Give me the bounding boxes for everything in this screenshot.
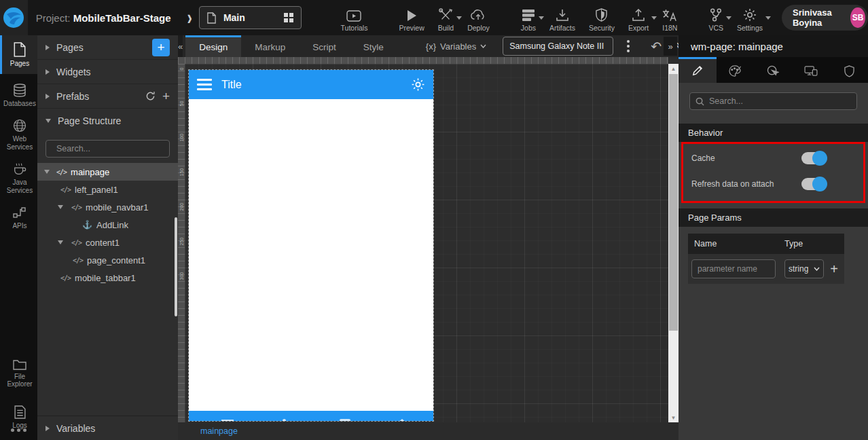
tab-security[interactable]	[830, 57, 868, 83]
ruler-horizontal	[178, 57, 668, 64]
sidebar-item-java-services[interactable]: Java Services	[0, 157, 37, 200]
tree-item-mainpage[interactable]: </> mainpage	[37, 163, 178, 181]
tree-item-page-content1[interactable]: </> page_content1	[37, 251, 178, 269]
device-preview[interactable]: Title	[189, 70, 433, 421]
deploy-button[interactable]: Deploy	[460, 4, 496, 32]
sidebar-item-pages[interactable]: Pages	[0, 35, 37, 74]
tutorials-button[interactable]: Tutorials	[334, 4, 375, 32]
more-options-icon[interactable]	[0, 428, 37, 432]
scroll-down-icon[interactable]: ▼	[668, 413, 679, 422]
tab-properties[interactable]	[679, 57, 717, 83]
open-page-tab[interactable]: mainpage	[178, 426, 238, 436]
app-logo[interactable]	[0, 0, 28, 35]
build-tools-icon	[438, 8, 453, 22]
tree-item-mobile-navbar1[interactable]: </> mobile_navbar1	[37, 198, 178, 216]
sidebar-item-web-services[interactable]: Web Services	[0, 113, 37, 157]
tree-item-left-panel1[interactable]: </> left_panel1	[37, 181, 178, 198]
canvas-more-menu[interactable]	[624, 37, 632, 55]
tree-item-label: page_content1	[87, 255, 145, 265]
add-page-button[interactable]: +	[152, 39, 170, 56]
tab-markup[interactable]: Markup	[241, 35, 299, 57]
page-params-table: Name Type string +	[688, 234, 844, 284]
add-param-button[interactable]: +	[824, 261, 844, 277]
cache-label: Cache	[691, 153, 715, 163]
collapse-explorer-button[interactable]: «	[178, 35, 183, 57]
settings-button[interactable]: Settings	[730, 4, 770, 32]
settings-gear-icon	[743, 8, 757, 22]
page-content-widget[interactable]	[189, 99, 433, 411]
tree-item-mobile-tabbar1[interactable]: </> mobile_tabbar1	[37, 269, 178, 287]
export-label: Export	[628, 24, 649, 32]
expand-inspector-button[interactable]: »	[664, 37, 677, 56]
code-widget-icon: </>	[60, 274, 71, 282]
section-widgets[interactable]: Widgets	[37, 60, 178, 84]
i18n-button[interactable]: I18N	[655, 4, 684, 32]
scroll-up-icon[interactable]: ▲	[668, 64, 679, 73]
tree-item-content1[interactable]: </> content1	[37, 234, 178, 251]
breadcrumb-chevron-icon: ›	[187, 5, 192, 30]
sidebar-item-file-explorer[interactable]: File Explorer	[0, 353, 37, 395]
tree-item-addlink[interactable]: ⚓ AddLink	[37, 216, 178, 234]
settings-label: Settings	[737, 24, 763, 32]
user-menu[interactable]: Srinivasa Boyina SB	[782, 5, 868, 31]
mobile-tabbar-widget[interactable]	[189, 411, 433, 421]
sidebar-item-apis[interactable]: APIs	[0, 200, 37, 236]
security-button[interactable]: Security	[582, 4, 621, 32]
ruler-mark: 0	[179, 66, 184, 73]
mobile-navbar-widget[interactable]: Title	[189, 70, 433, 99]
tree-item-label: left_panel1	[75, 185, 118, 195]
hamburger-menu-icon[interactable]	[197, 79, 212, 90]
section-prefabs[interactable]: Prefabs +	[37, 84, 178, 109]
section-pages[interactable]: Pages +	[37, 35, 178, 60]
tab-styles[interactable]	[717, 57, 755, 83]
param-name-input[interactable]	[691, 259, 776, 278]
ruler-mark: 100	[179, 135, 184, 142]
structure-search-input[interactable]	[56, 144, 166, 153]
section-page-structure[interactable]: Page Structure	[37, 109, 178, 133]
top-bar: Project: MobileTabBar-Stage › Main Tutor…	[0, 0, 868, 35]
export-button[interactable]: Export	[621, 4, 655, 32]
tab-devices[interactable]	[792, 57, 830, 83]
sidebar-item-databases[interactable]: Databases	[0, 78, 37, 114]
web-services-icon	[13, 119, 26, 132]
navbar-gear-icon[interactable]	[411, 77, 425, 92]
type-column-header: Type	[778, 234, 820, 254]
databases-label: Databases	[3, 100, 36, 108]
explorer-scrollbar[interactable]	[175, 217, 177, 316]
jobs-button[interactable]: Jobs	[514, 4, 543, 32]
scrollbar-thumb[interactable]	[669, 74, 678, 331]
tab-style[interactable]: Style	[350, 35, 397, 57]
vcs-button[interactable]: VCS	[702, 4, 730, 32]
settings-caret-icon	[765, 16, 771, 20]
device-selector[interactable]: Samsung Galaxy Note III	[503, 37, 613, 56]
design-canvas[interactable]: Title	[185, 64, 668, 422]
artifacts-button[interactable]: Artifacts	[543, 4, 582, 32]
tab-script[interactable]: Script	[299, 35, 350, 57]
variables-menu-button[interactable]: {x} Variables	[426, 35, 486, 57]
tab-design[interactable]: Design	[185, 35, 241, 57]
properties-search-input[interactable]	[709, 96, 851, 106]
ruler-mark: 250	[179, 239, 184, 246]
vcs-branch-icon	[710, 8, 722, 22]
prefabs-section-label: Prefabs	[56, 91, 139, 102]
properties-search[interactable]	[689, 92, 857, 110]
refresh-data-toggle[interactable]	[801, 178, 826, 190]
tab-events[interactable]	[755, 57, 793, 83]
grid-icon[interactable]	[283, 12, 294, 23]
build-button[interactable]: Build	[431, 4, 460, 32]
tabbar-photo-icon	[340, 419, 350, 421]
pages-expand-icon	[46, 45, 50, 50]
design-tab-label: Design	[199, 42, 228, 52]
refresh-prefabs-icon[interactable]	[145, 91, 156, 101]
behavior-section-header[interactable]: Behavior	[679, 124, 868, 142]
structure-search[interactable]	[46, 140, 170, 158]
page-selector[interactable]: Main	[199, 6, 302, 29]
canvas-scrollbar[interactable]: ▲ ▼	[668, 64, 679, 422]
topbar-actions: Tutorials Preview Build Deploy	[334, 4, 770, 32]
page-params-section-header[interactable]: Page Params	[679, 208, 868, 227]
section-variables[interactable]: Variables	[37, 416, 178, 440]
param-type-select[interactable]: string	[784, 259, 824, 278]
add-prefab-icon[interactable]: +	[162, 89, 170, 104]
cache-toggle[interactable]	[801, 152, 826, 164]
preview-button[interactable]: Preview	[392, 4, 431, 32]
